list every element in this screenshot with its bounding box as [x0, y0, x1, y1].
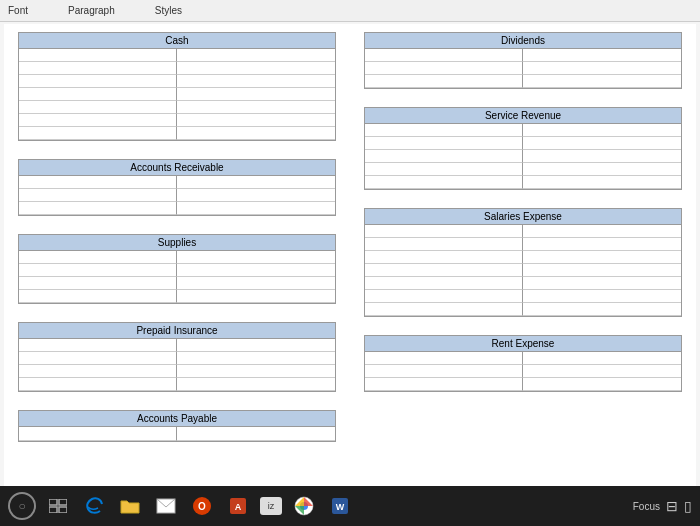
dividends-header: Dividends: [364, 32, 682, 49]
table-row: [523, 49, 681, 62]
table-row: [365, 264, 523, 277]
iz-icon[interactable]: iz: [260, 497, 282, 515]
show-desktop-icon[interactable]: ▯: [684, 498, 692, 514]
table-row: [19, 427, 177, 441]
table-row: [19, 290, 177, 303]
dividends-body: [364, 49, 682, 89]
table-row: [19, 365, 177, 378]
paragraph-label: Paragraph: [68, 5, 115, 16]
left-column: Cash: [18, 32, 336, 452]
table-row: [365, 176, 523, 189]
table-row: [523, 264, 681, 277]
accounts-receivable-header: Accounts Receivable: [18, 159, 336, 176]
salaries-expense-body: [364, 225, 682, 317]
task-view-icon[interactable]: [44, 492, 72, 520]
ap-debit: [19, 427, 177, 441]
table-row: [177, 114, 335, 127]
accounts-payable-account: Accounts Payable: [18, 410, 336, 442]
table-row: [19, 277, 177, 290]
table-row: [177, 339, 335, 352]
svg-rect-1: [59, 499, 67, 505]
powerpoint-icon[interactable]: A: [224, 492, 252, 520]
table-row: [523, 163, 681, 176]
svg-rect-2: [49, 507, 57, 513]
table-row: [523, 238, 681, 251]
table-row: [177, 264, 335, 277]
table-row: [177, 427, 335, 441]
table-row: [365, 49, 523, 62]
table-row: [365, 124, 523, 137]
chrome-icon[interactable]: [290, 492, 318, 520]
mail-icon[interactable]: [152, 492, 180, 520]
start-button[interactable]: ○: [8, 492, 36, 520]
sr-debit: [365, 124, 523, 189]
iz-label: iz: [268, 501, 275, 511]
svg-text:A: A: [235, 502, 242, 512]
table-row: [177, 378, 335, 391]
table-row: [19, 264, 177, 277]
table-row: [523, 137, 681, 150]
table-row: [523, 225, 681, 238]
focus-label: Focus: [633, 501, 660, 512]
edge-icon[interactable]: [80, 492, 108, 520]
svg-rect-0: [49, 499, 57, 505]
salaries-expense-account: Salaries Expense: [364, 208, 682, 317]
styles-label: Styles: [155, 5, 182, 16]
table-row: [177, 290, 335, 303]
table-row: [523, 277, 681, 290]
cash-header: Cash: [18, 32, 336, 49]
table-row: [177, 352, 335, 365]
table-row: [177, 189, 335, 202]
table-row: [177, 88, 335, 101]
accounts-receivable-body: [18, 176, 336, 216]
table-row: [19, 49, 177, 62]
table-row: [365, 290, 523, 303]
notification-icon[interactable]: ⊟: [666, 498, 678, 514]
table-row: [523, 365, 681, 378]
table-row: [523, 150, 681, 163]
table-row: [19, 189, 177, 202]
re-credit: [523, 352, 681, 391]
start-icon: ○: [18, 499, 25, 513]
table-row: [365, 238, 523, 251]
table-row: [365, 378, 523, 391]
accounts-payable-header: Accounts Payable: [18, 410, 336, 427]
font-label: Font: [8, 5, 28, 16]
table-row: [177, 75, 335, 88]
table-row: [19, 62, 177, 75]
supplies-debit: [19, 251, 177, 303]
file-explorer-icon[interactable]: [116, 492, 144, 520]
table-row: [523, 352, 681, 365]
table-row: [365, 150, 523, 163]
table-row: [177, 251, 335, 264]
se-debit: [365, 225, 523, 316]
pi-credit: [177, 339, 335, 391]
salaries-expense-header: Salaries Expense: [364, 208, 682, 225]
table-row: [523, 62, 681, 75]
prepaid-insurance-header: Prepaid Insurance: [18, 322, 336, 339]
table-row: [19, 378, 177, 391]
service-revenue-account: Service Revenue: [364, 107, 682, 190]
table-row: [365, 352, 523, 365]
table-row: [19, 202, 177, 215]
table-row: [177, 49, 335, 62]
toolbar: Font Paragraph Styles: [0, 0, 700, 22]
table-row: [365, 62, 523, 75]
table-row: [523, 378, 681, 391]
service-revenue-body: [364, 124, 682, 190]
table-row: [19, 114, 177, 127]
cash-body: [18, 49, 336, 141]
sr-credit: [523, 124, 681, 189]
table-row: [19, 339, 177, 352]
table-row: [19, 75, 177, 88]
rent-expense-body: [364, 352, 682, 392]
table-row: [365, 225, 523, 238]
dividends-account: Dividends: [364, 32, 682, 89]
table-row: [365, 137, 523, 150]
office-icon[interactable]: O: [188, 492, 216, 520]
word-icon[interactable]: W: [326, 492, 354, 520]
svg-rect-3: [59, 507, 67, 513]
table-row: [19, 88, 177, 101]
table-row: [523, 290, 681, 303]
cash-credit: [177, 49, 335, 140]
